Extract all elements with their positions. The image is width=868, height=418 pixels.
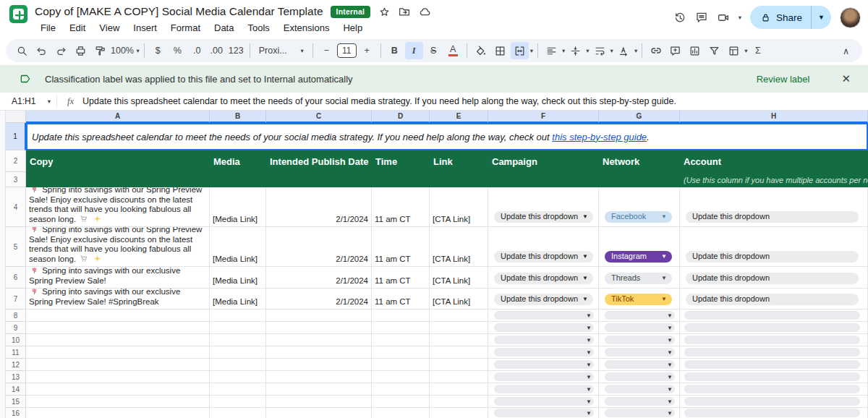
account-dropdown[interactable]: Update this dropdown xyxy=(686,294,859,305)
version-history-icon[interactable] xyxy=(673,11,686,24)
formula-input[interactable]: Update this spreadsheet calendar to meet… xyxy=(82,96,676,106)
column-header-b[interactable]: B xyxy=(210,111,266,123)
menu-extensions[interactable]: Extensions xyxy=(278,21,336,35)
menu-help[interactable]: Help xyxy=(337,21,368,35)
header-publish-date[interactable]: Intended Publish Date xyxy=(266,150,372,172)
star-icon[interactable] xyxy=(378,5,391,18)
cell-link[interactable]: [CTA Link] xyxy=(430,267,488,289)
cell-copy[interactable]: Spring into savings with our Spring Prev… xyxy=(26,227,210,267)
row-number[interactable]: 9 xyxy=(6,322,26,334)
empty-dropdown[interactable] xyxy=(684,323,860,332)
cell[interactable] xyxy=(210,371,266,383)
empty-dropdown[interactable] xyxy=(684,385,860,393)
cell-date[interactable]: 2/1/2024 xyxy=(266,187,372,227)
text-rotation-icon[interactable] xyxy=(615,42,633,59)
cell[interactable] xyxy=(266,359,372,371)
network-chip[interactable]: Instagram▼ xyxy=(605,251,672,263)
empty-dropdown[interactable]: ▼ xyxy=(605,372,675,381)
cell-network[interactable]: ▼ xyxy=(599,322,680,334)
cell-time[interactable]: 11 am CT xyxy=(372,227,430,267)
cell-date[interactable]: 2/1/2024 xyxy=(266,289,372,310)
empty-dropdown[interactable]: ▼ xyxy=(494,385,594,393)
cell-network[interactable]: Facebook▼ xyxy=(599,187,680,227)
cell[interactable] xyxy=(210,322,266,334)
cell[interactable] xyxy=(210,383,266,396)
cell-network[interactable]: ▼ xyxy=(599,396,680,408)
banner-close-icon[interactable]: ✕ xyxy=(841,72,856,85)
header-network[interactable]: Network xyxy=(599,150,680,172)
header-campaign[interactable]: Campaign xyxy=(488,150,599,172)
step-by-step-guide-link[interactable]: this step-by-step guide xyxy=(552,132,647,142)
cell-account[interactable] xyxy=(680,346,868,359)
cell-a1-intro[interactable]: Update this spreadsheet calendar to meet… xyxy=(26,123,868,150)
cell-campaign[interactable]: Update this dropdown▼ xyxy=(488,187,599,227)
insert-chart-icon[interactable] xyxy=(686,42,704,59)
network-chip[interactable]: Threads▼ xyxy=(605,273,672,284)
cell[interactable] xyxy=(210,310,266,322)
cell-media[interactable]: [Media Link] xyxy=(210,227,266,267)
document-title[interactable]: Copy of [MAKE A COPY] Social Media Calen… xyxy=(35,5,323,18)
borders-icon[interactable] xyxy=(491,42,509,59)
row-number[interactable]: 8 xyxy=(6,310,26,322)
column-header-d[interactable]: D xyxy=(372,111,430,123)
move-folder-icon[interactable] xyxy=(398,5,411,18)
row-number[interactable]: 16 xyxy=(6,408,26,418)
empty-dropdown[interactable] xyxy=(684,409,860,417)
cloud-status-icon[interactable] xyxy=(418,5,431,18)
cell-campaign[interactable]: ▼ xyxy=(488,346,599,359)
cell[interactable] xyxy=(26,334,210,346)
menu-tools[interactable]: Tools xyxy=(242,21,275,35)
empty-dropdown[interactable]: ▼ xyxy=(605,323,675,332)
empty-dropdown[interactable]: ▼ xyxy=(494,409,594,417)
text-color-button[interactable]: A xyxy=(444,42,462,59)
cell-time[interactable]: 11 am CT xyxy=(372,187,430,227)
horizontal-align-dropdown-icon[interactable]: ▾ xyxy=(562,47,565,54)
empty-dropdown[interactable]: ▼ xyxy=(605,397,675,406)
cell-account[interactable] xyxy=(680,334,868,346)
increase-font-size-button[interactable]: + xyxy=(358,42,376,59)
empty-dropdown[interactable]: ▼ xyxy=(494,348,594,357)
paint-format-icon[interactable] xyxy=(91,42,109,59)
menu-edit[interactable]: Edit xyxy=(64,21,91,35)
cell-network[interactable]: ▼ xyxy=(599,346,680,359)
merge-cells-icon[interactable] xyxy=(511,42,529,59)
cell[interactable] xyxy=(210,334,266,346)
cell[interactable] xyxy=(266,396,372,408)
cell[interactable] xyxy=(26,310,210,322)
empty-dropdown[interactable]: ▼ xyxy=(605,311,675,320)
insert-comment-icon[interactable] xyxy=(666,42,684,59)
cell-campaign[interactable]: ▼ xyxy=(488,359,599,371)
cell-campaign[interactable]: ▼ xyxy=(488,408,599,418)
campaign-dropdown[interactable]: Update this dropdown▼ xyxy=(494,251,593,263)
cell-network[interactable]: ▼ xyxy=(599,310,680,322)
print-icon[interactable] xyxy=(72,42,90,59)
cell[interactable] xyxy=(266,310,372,322)
cell-account[interactable] xyxy=(680,322,868,334)
empty-dropdown[interactable] xyxy=(684,336,860,344)
header-copy[interactable]: Copy xyxy=(26,150,210,172)
decrease-font-size-button[interactable]: − xyxy=(318,42,336,59)
text-wrap-dropdown-icon[interactable]: ▾ xyxy=(610,47,613,54)
column-header-g[interactable]: G xyxy=(599,111,680,123)
cell-media[interactable]: [Media Link] xyxy=(210,289,266,310)
cell-link[interactable]: [CTA Link] xyxy=(430,227,488,267)
text-wrap-icon[interactable] xyxy=(591,42,609,59)
row-number[interactable]: 6 xyxy=(6,267,26,289)
font-dropdown[interactable]: Proxi...▾ xyxy=(255,42,308,59)
undo-icon[interactable] xyxy=(33,42,51,59)
cell-date[interactable]: 2/1/2024 xyxy=(266,227,372,267)
cell[interactable] xyxy=(266,383,372,396)
table-views-dropdown-icon[interactable]: ▾ xyxy=(744,47,747,54)
account-dropdown[interactable]: Update this dropdown xyxy=(686,273,859,284)
empty-dropdown[interactable]: ▼ xyxy=(605,348,675,357)
cell[interactable] xyxy=(430,334,488,346)
italic-button[interactable]: I xyxy=(405,42,423,59)
cell-campaign[interactable]: Update this dropdown▼ xyxy=(488,227,599,267)
cell-account[interactable] xyxy=(680,396,868,408)
video-call-dropdown-icon[interactable]: ▾ xyxy=(739,14,741,21)
cell[interactable] xyxy=(26,408,210,418)
currency-format-button[interactable]: $ xyxy=(149,42,167,59)
empty-dropdown[interactable]: ▼ xyxy=(605,360,675,369)
header-account[interactable]: Account xyxy=(680,150,868,172)
header-media[interactable]: Media xyxy=(210,150,266,172)
